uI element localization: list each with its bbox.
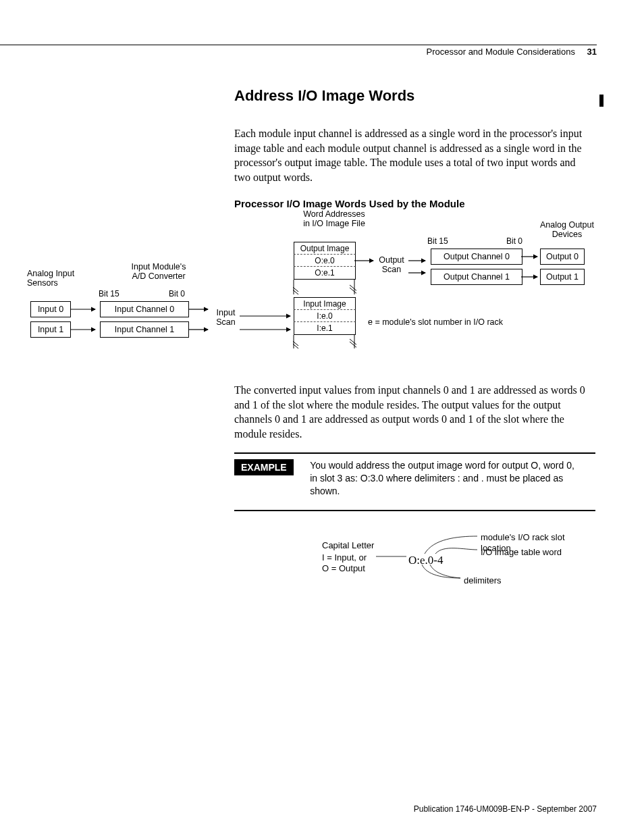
output-channel-0: Output Channel 0 [431, 249, 522, 265]
page-number: 31 [587, 47, 597, 57]
oe0-box: O:e.0 [294, 254, 356, 267]
analog-output-devices-label: Analog Output Devices [537, 220, 597, 240]
io-image-diagram: Word Addresses in I/O Image File Bit 15 … [34, 208, 601, 363]
input-0-box: Input 0 [30, 301, 71, 317]
page-title: Address I/O Image Words [234, 87, 414, 105]
capital-letter-label: Capital Letter [322, 540, 374, 551]
output-scan-arrows [354, 249, 429, 282]
break-mark-top [293, 278, 356, 298]
bit15-label: Bit 15 [427, 236, 448, 246]
bit0-left: Bit 0 [169, 289, 185, 298]
ad-converter-label: Input Module's A/D Converter [118, 262, 199, 282]
input-image-header: Input Image [294, 297, 356, 311]
analog-input-sensors-label: Analog Input Sensors [27, 269, 88, 288]
converted-values-paragraph: The converted input values from input ch… [234, 383, 592, 441]
ie0-box: I:e.0 [294, 309, 356, 323]
output-0-box: Output 0 [540, 249, 585, 265]
addr-leaders [369, 531, 545, 592]
example-block: EXAMPLE You would address the output ima… [234, 452, 595, 511]
address-annotation-diagram: Capital Letter I = Input, or O = Output … [234, 533, 595, 608]
output-device-arrows [521, 249, 541, 289]
scan-image-arrows [240, 301, 294, 342]
bit15-left: Bit 15 [99, 289, 119, 298]
revision-marker [599, 95, 603, 107]
output-1-box: Output 1 [540, 269, 585, 285]
ie1-box: I:e.1 [294, 321, 356, 335]
input-scan-label: Input Scan [211, 308, 241, 328]
input-1-box: Input 1 [30, 321, 71, 338]
ch-scan-arrows [188, 301, 211, 342]
section-name: Processor and Module Considerations [427, 47, 575, 57]
input-arrows-left [70, 301, 100, 342]
page-header: Processor and Module Considerations 31 [0, 45, 597, 57]
publication-footer: Publication 1746-UM009B-EN-P - September… [414, 804, 597, 814]
input-channel-1: Input Channel 1 [100, 321, 189, 338]
oe1-box: O:e.1 [294, 266, 356, 280]
example-badge: EXAMPLE [234, 459, 294, 475]
example-text: You would address the output image word … [310, 459, 583, 498]
output-image-header: Output Image [294, 242, 356, 255]
bit0-label: Bit 0 [506, 236, 522, 246]
intro-paragraph: Each module input channel is addressed a… [234, 126, 592, 184]
output-label: O = Output [322, 563, 365, 574]
output-channel-1: Output Channel 1 [431, 269, 522, 285]
slot-note: e = module's slot number in I/O rack [368, 317, 523, 327]
input-channel-0: Input Channel 0 [100, 301, 189, 317]
word-addresses-label: Word Addresses in I/O Image File [294, 209, 375, 229]
input-or-label: I = Input, or [322, 552, 367, 563]
